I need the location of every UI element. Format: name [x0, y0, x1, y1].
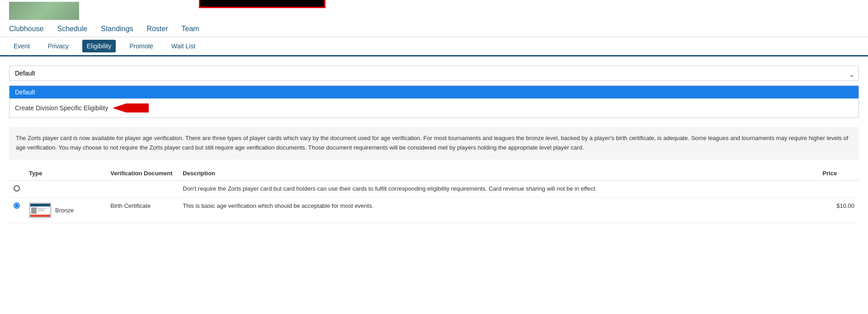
row2-card-and-type: Bronze	[24, 198, 106, 223]
col-type: Type	[24, 166, 106, 181]
col-description: Description	[178, 166, 818, 181]
eligibility-table: Type Verification Document Description P…	[9, 166, 859, 223]
row1-radio-cell	[9, 180, 24, 197]
row1-verification-doc	[106, 180, 178, 197]
subnav-privacy[interactable]: Privacy	[43, 40, 73, 52]
row1-price	[818, 180, 859, 197]
col-verification-doc: Verification Document	[106, 166, 178, 181]
table-row: Don't require the Zorts player card but …	[9, 180, 859, 197]
col-radio	[9, 166, 24, 181]
red-arrow-icon	[113, 101, 149, 115]
row1-description: Don't require the Zorts player card but …	[178, 180, 818, 197]
svg-marker-0	[113, 103, 149, 112]
col-price: Price	[818, 166, 859, 181]
nav-team[interactable]: Team	[182, 25, 199, 33]
row2-radio-cell	[9, 197, 24, 223]
eligibility-dropdown-container: Default Create Division Specific Eligibi…	[0, 61, 868, 85]
info-text: The Zorts player card is now available f…	[16, 134, 852, 153]
top-navigation: Clubhouse Schedule Standings Roster Team	[0, 21, 868, 37]
instruction-modal: SELECT"CREATE DIVISION SPECIFICELIGIBILI…	[199, 0, 326, 8]
row1-radio[interactable]	[14, 185, 20, 192]
subnav-event[interactable]: Event	[9, 40, 34, 52]
dropdown-open-list: Default Create Division Specific Eligibi…	[9, 85, 859, 118]
header-image	[9, 2, 79, 20]
row2-type-label: Bronze	[55, 207, 74, 214]
subnav-promote[interactable]: Promote	[125, 40, 158, 52]
nav-clubhouse[interactable]: Clubhouse	[9, 25, 44, 33]
subnav-waitlist[interactable]: Wait List	[167, 40, 200, 52]
row2-description: This is basic age verification which sho…	[178, 197, 818, 223]
eligibility-dropdown[interactable]: Default Create Division Specific Eligibi…	[9, 66, 859, 81]
row1-type	[24, 180, 106, 197]
dropdown-option-create-division[interactable]: Create Division Specific Eligibility	[9, 98, 859, 117]
subnav-eligibility[interactable]: Eligibility	[82, 40, 116, 52]
nav-standings[interactable]: Standings	[101, 25, 133, 33]
nav-schedule[interactable]: Schedule	[57, 25, 88, 33]
info-section: The Zorts player card is now available f…	[9, 127, 859, 159]
row2-price: $10.00	[818, 197, 859, 223]
sub-navigation: Event Privacy Eligibility Promote Wait L…	[0, 37, 868, 56]
nav-roster[interactable]: Roster	[146, 25, 168, 33]
row2-verification-doc: Birth Certificate	[106, 197, 178, 223]
dropdown-option-default[interactable]: Default	[9, 86, 859, 98]
bronze-card-thumbnail	[29, 202, 52, 218]
table-row: Bronze Birth Certificate This is basic a…	[9, 197, 859, 223]
row2-radio[interactable]	[14, 202, 20, 209]
